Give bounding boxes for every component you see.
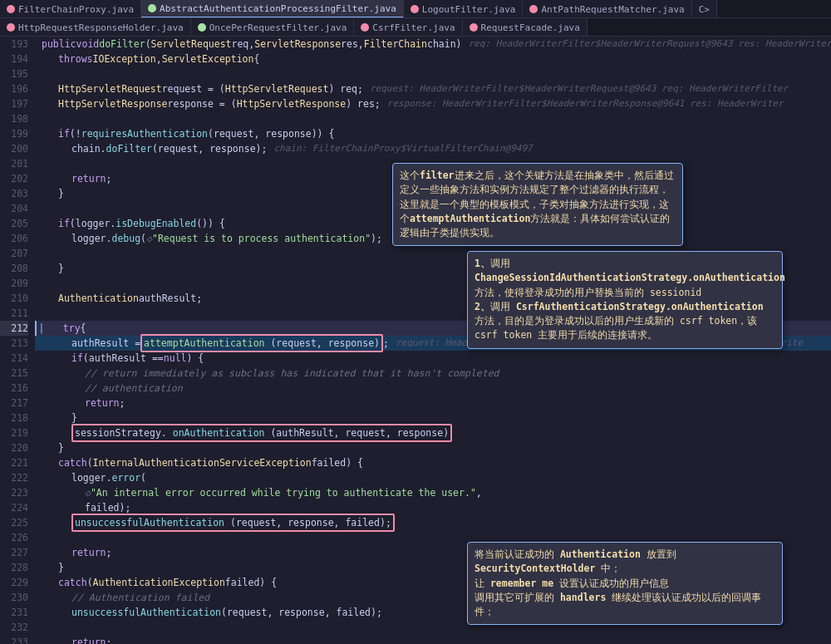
type: HttpServletRequest <box>225 81 329 96</box>
type: ServletRequest <box>151 37 232 52</box>
ln-199: 199 <box>0 126 28 141</box>
ln-207: 207 <box>0 246 28 261</box>
keyword: return <box>71 545 106 560</box>
ln-222: 222 <box>0 470 28 485</box>
ln-209: 209 <box>0 276 28 291</box>
tooltip-successful-auth: 将当前认证成功的 Authentication 放置到 SecurityCont… <box>467 542 783 625</box>
plain: (authResult, request, response) <box>270 427 449 439</box>
code-line-222: logger. error ( <box>35 470 831 485</box>
plain: (request, response); <box>152 141 267 156</box>
tab-antpathrequestmatcher[interactable]: AntPathRequestMatcher.java <box>523 0 691 18</box>
tab-csrffilter[interactable]: CsrfFilter.java <box>354 18 462 37</box>
comment: // authentication <box>85 381 183 396</box>
plain: (authResult == <box>83 351 164 366</box>
plain: failed) { <box>312 455 363 470</box>
fn-dofilter: doFilter <box>99 37 145 52</box>
debug-hint-200: chain: FilterChainProxy$VirtualFilterCha… <box>273 141 532 156</box>
editor: 193 194 195 196 197 198 199 200 201 202 … <box>0 37 831 644</box>
code-line-193: public void doFilter ( ServletRequest re… <box>35 37 831 52</box>
ln-233: 233 <box>0 635 28 644</box>
plain: , <box>476 485 482 500</box>
code-line-233: return ; <box>35 635 831 644</box>
code-line-214: if (authResult == null ) { <box>35 351 831 366</box>
ln-227: 227 <box>0 545 28 560</box>
plain: } <box>58 560 64 575</box>
type: ServletException <box>162 52 254 66</box>
type: HttpServletResponse <box>237 96 347 111</box>
keyword: catch <box>58 575 87 590</box>
plain: ; <box>383 336 389 351</box>
plain: , <box>156 52 162 66</box>
type: AuthenticationException <box>93 575 225 590</box>
tab-label: LogoutFilter.java <box>422 4 516 15</box>
comment: // return immediately as subclass has in… <box>85 366 499 381</box>
tab-logoutfilter[interactable]: LogoutFilter.java <box>404 0 524 18</box>
ln-210: 210 <box>0 291 28 306</box>
ln-206: 206 <box>0 231 28 246</box>
debug-hint-193: req: HeaderWriterFilter$HeaderWriterRequ… <box>469 37 832 52</box>
ln-216: 216 <box>0 381 28 396</box>
ln-232: 232 <box>0 620 28 635</box>
tab-label: HttpRequestResponseHolder.java <box>18 22 184 33</box>
tab-icon-java <box>411 5 419 13</box>
ln-231: 231 <box>0 605 28 620</box>
type: Authentication <box>58 291 139 306</box>
ln-225: 225 <box>0 515 28 530</box>
code-line-220: } <box>35 440 831 455</box>
plain: ; <box>120 396 125 410</box>
ln-228: 228 <box>0 560 28 575</box>
ln-200: 200 <box>0 141 28 156</box>
plain: } <box>58 440 64 455</box>
keyword: return <box>71 171 106 186</box>
code-line-196: HttpServletRequest request = ( HttpServl… <box>35 81 831 96</box>
cmt: ◇ <box>85 485 91 500</box>
tab-bar-second: HttpRequestResponseHolder.java OncePerRe… <box>0 18 831 37</box>
plain: sessionStrategy. <box>75 427 167 439</box>
tab-label: OncePerRequestFilter.java <box>209 22 347 33</box>
ln-194: 194 <box>0 52 28 66</box>
tab-icon-java2 <box>148 4 156 12</box>
plain: ; <box>106 171 112 186</box>
fn: attemptAuthentication <box>144 337 264 349</box>
tab-label: CsrfFilter.java <box>372 22 455 33</box>
plain: } <box>58 186 64 201</box>
code-line-200: chain. doFilter (request, response); cha… <box>35 141 831 156</box>
ln-212: 212 <box>0 321 28 336</box>
code-line-217: return ; <box>35 396 831 410</box>
plain: chain. <box>71 141 106 156</box>
keyword: if <box>71 351 83 366</box>
debug-hint-197: response: HeaderWriterFilter$HeaderWrite… <box>387 96 784 111</box>
tab-httprequestresponseholder[interactable]: HttpRequestResponseHolder.java <box>0 18 191 37</box>
plain: { <box>253 52 259 66</box>
tab-onceperlrequestfilter[interactable]: OncePerRequestFilter.java <box>191 18 355 37</box>
session-strategy-redbox: sessionStrategy. onAuthentication (authR… <box>71 424 452 442</box>
tab-requestfacade[interactable]: RequestFacade.java <box>463 18 588 37</box>
code-area: public void doFilter ( ServletRequest re… <box>35 37 831 644</box>
type: HttpServletRequest <box>58 81 162 96</box>
code-line-216: // authentication <box>35 381 831 396</box>
tab-icon-java <box>7 5 15 13</box>
keyword: void <box>76 37 100 52</box>
keyword: return <box>85 396 120 410</box>
ln-204: 204 <box>0 201 28 216</box>
cmt: ◇ <box>146 231 152 246</box>
plain: failed) { <box>225 575 277 590</box>
tab-bar-top: FilterChainProxy.java AbstractAuthentica… <box>0 0 831 18</box>
plain: ()) { <box>196 216 225 231</box>
tab-abstractauthentication[interactable]: AbstractAuthenticationProcessingFilter.j… <box>141 0 404 18</box>
line-numbers: 193 194 195 196 197 198 199 200 201 202 … <box>0 37 35 644</box>
keyword: catch <box>58 455 87 470</box>
plain: req, <box>232 37 255 52</box>
plain: request = ( <box>162 81 225 96</box>
plain: { <box>81 321 86 336</box>
code-line-225: unsuccessfulAuthentication (request, res… <box>35 515 831 530</box>
keyword: if <box>58 216 70 231</box>
type: ServletResponse <box>254 37 341 52</box>
gutter-arrow: | <box>38 321 45 336</box>
tab-more[interactable]: C> <box>692 0 717 18</box>
tooltip-filter-explanation: 这个filter进来之后，这个关键方法是在抽象类中，然后通过定义一些抽象方法和实… <box>392 163 683 246</box>
tab-filterchainproxy[interactable]: FilterChainProxy.java <box>0 0 141 18</box>
tab-label: AntPathRequestMatcher.java <box>541 4 684 15</box>
plain: authResult; <box>139 291 202 306</box>
fn: error <box>111 470 140 485</box>
